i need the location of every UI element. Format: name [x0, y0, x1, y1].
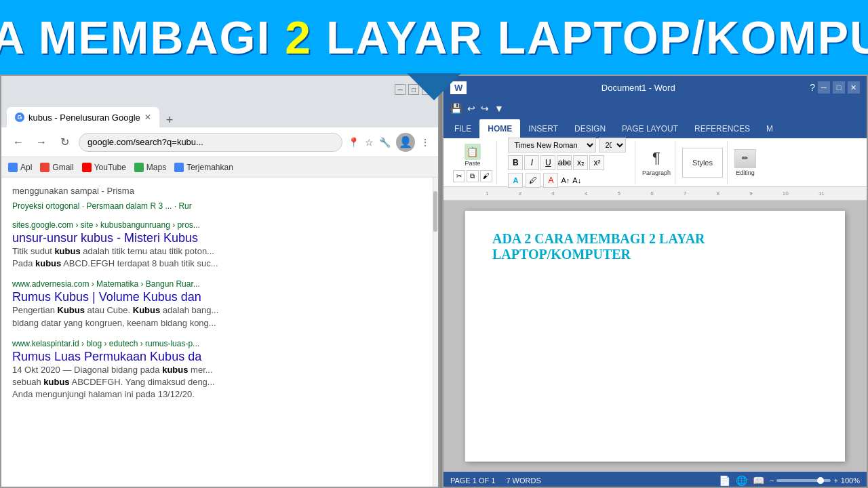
banner-title: CARA MEMBAGI 2 LAYAR LAPTOP/KOMPUTER	[0, 11, 868, 64]
chrome-forward-button[interactable]: →	[33, 134, 50, 151]
word-page: ADA 2 CARA MEMBAGI 2 LAYAR LAPTOP/KOMPUT…	[465, 211, 845, 462]
underline-button[interactable]: U	[540, 155, 555, 170]
paste-button[interactable]: 📋 Paste	[460, 143, 485, 167]
tab-file[interactable]: FILE	[446, 119, 479, 138]
search-results: menggunakan sampai - Prisma Proyeksi ort…	[1, 178, 438, 488]
clipboard-section: 📋 Paste ✂ ⧉ 🖌	[449, 141, 497, 184]
chrome-new-tab-button[interactable]: +	[161, 113, 179, 127]
bookmark-youtube[interactable]: YouTube	[82, 163, 126, 172]
tab-more[interactable]: M	[758, 119, 781, 138]
top-clipped-text: menggunakan sampai - Prisma	[12, 183, 427, 196]
web-layout-view-button[interactable]: 🌐	[736, 475, 747, 486]
word-save-icon[interactable]: 💾	[450, 103, 462, 114]
word-undo-icon[interactable]: ↩	[467, 103, 475, 114]
arrow-down	[407, 73, 461, 100]
superscript-button[interactable]: x²	[589, 155, 604, 170]
chrome-back-button[interactable]: ←	[9, 134, 27, 151]
word-title-text: Document1 - Word	[601, 83, 675, 93]
tab-home[interactable]: HOME	[479, 119, 520, 138]
cut-button[interactable]: ✂	[453, 170, 465, 182]
bookmark-maps[interactable]: Maps	[134, 163, 166, 172]
print-layout-view-button[interactable]: 📄	[719, 475, 730, 486]
font-size-select[interactable]: 20	[599, 138, 626, 152]
font-controls: Times New Roman 20 B I U abc x₂	[508, 138, 626, 188]
font-section: Times New Roman 20 B I U abc x₂	[500, 141, 635, 184]
word-doc-area[interactable]: ADA 2 CARA MEMBAGI 2 LAYAR LAPTOP/KOMPUT…	[443, 201, 867, 472]
strikethrough-button[interactable]: abc	[557, 155, 572, 170]
result-breadcrumb-2: sites.google.com › site › kubusbangunrua…	[12, 220, 427, 230]
text-effects-button[interactable]: A	[508, 173, 523, 188]
word-help-button[interactable]: ?	[810, 82, 815, 93]
address-bar-input[interactable]	[79, 133, 342, 152]
format-painter-button[interactable]: 🖌	[480, 170, 492, 182]
result-snippet-4: 14 Okt 2020 — Diagonal bidang pada kubus…	[12, 364, 427, 401]
result-item-1: Proyeksi ortogonal · Persmaan dalam R 3 …	[12, 201, 427, 211]
editing-section: ✏ Editing	[730, 141, 760, 184]
copy-button[interactable]: ⧉	[467, 170, 479, 182]
word-redo-icon[interactable]: ↪	[481, 103, 489, 114]
zoom-slider[interactable]	[776, 479, 831, 482]
status-left: PAGE 1 OF 1 7 WORDS	[450, 476, 541, 485]
chrome-tab-close-button[interactable]: ✕	[144, 113, 151, 122]
highlight-button[interactable]: 🖊	[526, 173, 540, 188]
result-breadcrumb-1: Proyeksi ortogonal · Persmaan dalam R 3 …	[12, 201, 427, 211]
word-window: W Document1 - Word ? ─ □ ✕ 💾 ↩ ↪ ▼ FILE …	[442, 75, 868, 488]
word-minimize-button[interactable]: ─	[818, 81, 830, 94]
bookmark-terjemahkan[interactable]: Terjemahkan	[174, 163, 233, 172]
font-size-increase-button[interactable]: A↑	[561, 176, 570, 184]
page-count-label: PAGE 1 OF 1	[450, 476, 495, 485]
zoom-level-label: 100%	[841, 476, 860, 485]
word-close-button[interactable]: ✕	[848, 81, 860, 94]
chrome-tab-active[interactable]: G kubus - Penelusuran Google ✕	[7, 107, 159, 127]
editing-icon: ✏	[734, 149, 756, 168]
italic-button[interactable]: I	[524, 155, 539, 170]
tab-insert[interactable]: INSERT	[520, 119, 566, 138]
word-ruler: 1 2 3 4 5 6 7 8 9 10 11	[443, 187, 867, 201]
result-snippet-3: Pengertian Kubus atau Cube. Kubus adalah…	[12, 304, 427, 329]
tab-design[interactable]: DESIGN	[566, 119, 614, 138]
subscript-button[interactable]: x₂	[573, 155, 588, 170]
zoom-in-button[interactable]: +	[833, 476, 837, 485]
word-restore-button[interactable]: □	[833, 81, 845, 94]
result-title-2[interactable]: unsur-unsur kubus - Misteri Kubus	[12, 231, 198, 245]
word-toolbar: 📋 Paste ✂ ⧉ 🖌 Times New Roman	[443, 138, 867, 187]
tab-page-layout[interactable]: PAGE LAYOUT	[614, 119, 686, 138]
paragraph-section: ¶ Paragraph	[638, 141, 675, 184]
chrome-title-bar: ─ □ ✕	[1, 76, 438, 103]
chrome-profile-avatar[interactable]: 👤	[396, 133, 415, 152]
extension-icon[interactable]: 🔧	[379, 137, 391, 148]
font-size-decrease-button[interactable]: A↓	[572, 176, 581, 184]
result-item-2: sites.google.com › site › kubusbangunrua…	[12, 220, 427, 270]
vertical-scrollbar[interactable]	[433, 178, 438, 488]
read-mode-button[interactable]: 📖	[753, 475, 764, 486]
chrome-refresh-button[interactable]: ↻	[56, 134, 73, 151]
chrome-minimize-button[interactable]: ─	[395, 84, 406, 95]
tab-references[interactable]: REFERENCES	[686, 119, 758, 138]
bookmark-apl[interactable]: Apl	[8, 163, 32, 172]
paragraph-icon: ¶	[652, 149, 660, 167]
result-item-4: www.kelaspintar.id › blog › edutech › ru…	[12, 339, 427, 401]
main-content: ─ □ ✕ G kubus - Penelusuran Google ✕ + ←…	[0, 75, 868, 488]
styles-dropdown[interactable]: Styles	[682, 148, 723, 178]
bold-button[interactable]: B	[508, 155, 523, 170]
editing-button[interactable]: ✏ Editing	[734, 149, 756, 176]
chrome-menu-button[interactable]: ⋮	[420, 137, 430, 148]
result-breadcrumb-3: www.advernesia.com › Matematika › Bangun…	[12, 279, 427, 289]
chrome-tab-bar: G kubus - Penelusuran Google ✕ +	[1, 103, 438, 127]
bookmarks-bar: Apl Gmail YouTube Maps Terjemahkan	[1, 157, 438, 178]
font-color-button[interactable]: A	[543, 173, 558, 188]
word-quick-access-more[interactable]: ▼	[494, 103, 504, 114]
styles-section: Styles	[678, 141, 728, 184]
chrome-tab-icon: G	[15, 113, 24, 122]
result-title-3[interactable]: Rumus Kubus | Volume Kubus dan	[12, 290, 201, 304]
format-buttons: B I U abc x₂ x²	[508, 155, 604, 170]
paste-icon: 📋	[465, 144, 481, 160]
zoom-control: − + 100%	[770, 476, 860, 485]
bookmark-icon[interactable]: ☆	[365, 137, 374, 148]
bookmark-gmail[interactable]: Gmail	[40, 163, 73, 172]
banner-number: 2	[285, 12, 312, 63]
word-document-text: ADA 2 CARA MEMBAGI 2 LAYAR LAPTOP/KOMPUT…	[492, 231, 818, 262]
font-name-select[interactable]: Times New Roman	[508, 138, 596, 152]
zoom-out-button[interactable]: −	[770, 476, 774, 485]
result-title-4[interactable]: Rumus Luas Permukaan Kubus da	[12, 350, 201, 363]
